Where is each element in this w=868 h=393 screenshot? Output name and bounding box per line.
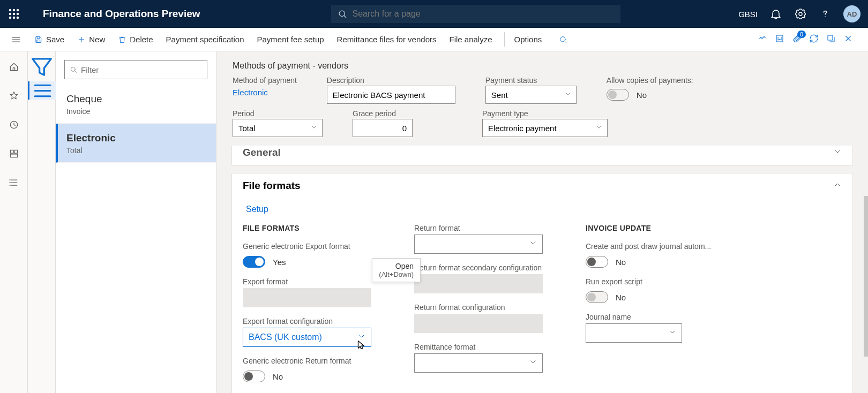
svg-point-6 [10, 17, 11, 19]
app-launcher-icon[interactable] [8, 7, 20, 20]
modules-icon[interactable] [0, 173, 28, 192]
nav-toggle-icon[interactable] [5, 34, 27, 45]
home-icon[interactable] [0, 58, 28, 76]
chevron-down-icon [595, 124, 603, 133]
list-panel: Cheque Invoice Electronic Total [56, 51, 216, 393]
svg-point-11 [799, 12, 802, 16]
svg-point-20 [560, 36, 565, 41]
general-card: General [231, 146, 853, 165]
chevron-down-icon [668, 328, 677, 338]
recent-icon[interactable] [0, 116, 28, 134]
main-header: Methods of payment - vendors Method of p… [216, 51, 868, 146]
remit-select[interactable] [414, 353, 543, 373]
bell-icon[interactable] [769, 7, 782, 20]
list-view-icon[interactable] [28, 81, 56, 100]
svg-point-5 [17, 13, 19, 15]
svg-point-0 [10, 10, 11, 11]
ptype-select[interactable]: Electronic payment [482, 119, 608, 137]
invoice-update-heading: INVOICE UPDATE [586, 224, 714, 232]
desc-input[interactable]: Electronic BACS payment [327, 86, 455, 104]
svg-rect-28 [14, 150, 17, 153]
allow-copies-toggle[interactable] [607, 89, 629, 101]
res-toggle[interactable] [586, 291, 608, 303]
app-title: Finance and Operations Preview [43, 8, 200, 20]
svg-point-9 [339, 11, 345, 17]
global-search-input[interactable] [353, 9, 614, 19]
global-search[interactable] [331, 5, 620, 23]
payment-spec-button[interactable]: Payment specification [161, 32, 250, 47]
cpdraw-value: No [616, 258, 626, 267]
enhance-icon[interactable] [758, 34, 767, 46]
gef-toggle[interactable] [243, 256, 265, 268]
svg-rect-27 [10, 150, 13, 153]
filter-icon[interactable] [28, 58, 56, 76]
help-icon[interactable] [819, 7, 832, 20]
gef-label: Generic electronic Export format [243, 242, 382, 251]
save-button[interactable]: Save [29, 32, 70, 47]
list-item[interactable]: Cheque Invoice [56, 85, 216, 124]
favorites-icon[interactable] [0, 87, 28, 105]
svg-point-4 [13, 13, 15, 15]
list-filter[interactable] [64, 60, 207, 79]
svg-point-35 [10, 185, 10, 186]
general-card-header[interactable]: General [232, 146, 852, 165]
options-button[interactable]: Options [504, 32, 548, 47]
svg-rect-22 [776, 35, 783, 42]
status-select[interactable]: Sent [485, 86, 577, 104]
legal-entity[interactable]: GBSI [738, 10, 758, 19]
actionbar: Save New Delete Payment specification Pa… [0, 28, 868, 51]
file-analyze-button[interactable]: File analyze [444, 32, 497, 47]
svg-line-40 [74, 71, 76, 72]
scrollbar[interactable] [864, 196, 868, 393]
close-icon[interactable] [843, 34, 853, 46]
svg-line-21 [565, 41, 566, 43]
remittance-button[interactable]: Remittance files for vendors [332, 32, 442, 47]
list-item-sub: Invoice [66, 107, 205, 116]
main: Methods of payment - vendors Method of p… [216, 51, 868, 393]
payment-fee-button[interactable]: Payment fee setup [251, 32, 329, 47]
page-title: Methods of payment - vendors [233, 61, 852, 71]
grace-input[interactable]: 0 [353, 119, 413, 137]
cpdraw-toggle[interactable] [586, 256, 608, 268]
ger-toggle[interactable] [243, 371, 265, 382]
new-button[interactable]: New [72, 32, 110, 47]
export-format-box [243, 288, 371, 307]
chevron-down-icon [357, 332, 366, 343]
attach-icon[interactable]: 0 [792, 34, 802, 46]
chevron-down-icon [529, 358, 537, 368]
avatar[interactable]: AD [843, 5, 860, 22]
list-item-title: Electronic [66, 132, 205, 144]
status-label: Payment status [485, 76, 577, 85]
svg-point-7 [13, 17, 15, 19]
dropdown-tooltip: Open (Alt+Down) [372, 258, 421, 282]
grace-label: Grace period [353, 109, 413, 118]
chevron-down-icon [833, 147, 842, 158]
list-filter-input[interactable] [81, 65, 203, 74]
allow-copies-value: No [637, 90, 647, 100]
svg-point-1 [13, 10, 15, 11]
popout-icon[interactable] [826, 34, 836, 46]
file-formats-heading: FILE FORMATS [243, 224, 382, 232]
period-select[interactable]: Total [233, 119, 323, 137]
svg-point-2 [17, 10, 19, 11]
list-item[interactable]: Electronic Total [56, 124, 216, 163]
method-value-link[interactable]: Electronic [233, 88, 297, 97]
gear-icon[interactable] [794, 7, 807, 20]
svg-rect-23 [828, 35, 833, 40]
refresh-icon[interactable] [809, 34, 819, 46]
svg-point-8 [17, 17, 19, 19]
file-formats-header[interactable]: File formats [232, 173, 852, 198]
topbar-right: GBSI AD [738, 5, 860, 22]
list-item-sub: Total [66, 146, 205, 155]
delete-button[interactable]: Delete [113, 32, 158, 47]
workspaces-icon[interactable] [0, 145, 28, 163]
action-search-icon[interactable] [553, 32, 573, 47]
office-icon[interactable] [775, 34, 784, 46]
svg-rect-29 [10, 154, 17, 157]
return-format-label: Return format [414, 224, 553, 232]
return-format-select[interactable] [414, 235, 543, 254]
efc-select[interactable]: BACS (UK custom) [243, 328, 371, 347]
svg-point-3 [10, 13, 11, 15]
journal-select[interactable] [586, 323, 682, 343]
setup-link[interactable]: Setup [246, 205, 268, 214]
